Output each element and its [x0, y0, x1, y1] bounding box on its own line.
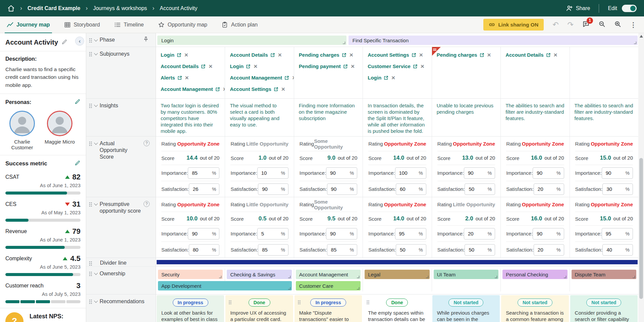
ownership-tag[interactable]: Account Management — [296, 270, 361, 279]
ownership-tag[interactable]: Checking & Savings — [227, 270, 291, 279]
close-icon[interactable]: × — [421, 64, 424, 69]
subjourney-link[interactable]: Account Settings — [368, 52, 409, 58]
subjourney-link[interactable]: Account Details — [505, 52, 543, 58]
external-link-icon[interactable] — [284, 75, 289, 80]
pin-icon[interactable] — [143, 36, 149, 44]
status-badge[interactable]: In progress — [173, 299, 208, 307]
resize-handle[interactable] — [357, 276, 359, 278]
close-icon[interactable]: × — [419, 53, 423, 57]
breadcrumb-page[interactable]: Account Activity — [160, 5, 197, 11]
chevron-down-icon[interactable] — [94, 202, 98, 205]
drag-handle-icon[interactable] — [89, 141, 92, 146]
subjourney-link[interactable]: Alerts — [161, 75, 175, 80]
chevron-down-icon[interactable] — [94, 51, 98, 55]
insight-cell[interactable]: Unable to locate previous pending charge… — [432, 99, 500, 136]
chevron-down-icon[interactable] — [94, 141, 98, 145]
redo-icon[interactable]: ↷ — [568, 21, 574, 29]
drag-handle-icon[interactable] — [367, 300, 370, 305]
recommendation-cell[interactable]: Done The empty spaces within transaction… — [363, 295, 431, 322]
zoom-in-button[interactable] — [614, 20, 621, 29]
phase-cell[interactable]: Login — [157, 36, 346, 45]
description-text[interactable]: Charlie wants to find a specific credit … — [5, 65, 80, 89]
subjourney-link[interactable]: Login — [230, 63, 244, 69]
ownership-tag[interactable]: Customer Care — [296, 281, 361, 290]
satisfaction-input[interactable]: 30% — [602, 183, 633, 195]
ownership-tag[interactable]: Dispute Team — [572, 270, 636, 279]
tab-action-plan[interactable]: Action plan — [219, 16, 260, 33]
satisfaction-input[interactable]: 60% — [396, 183, 426, 195]
satisfaction-input[interactable]: 20% — [534, 244, 564, 256]
ownership-tag[interactable]: UI Team — [434, 270, 498, 279]
close-icon[interactable]: × — [209, 64, 212, 69]
importance-input[interactable]: 95% — [395, 228, 426, 239]
resize-handle[interactable] — [564, 276, 566, 278]
breadcrumb-project[interactable]: Credit Card Example — [28, 5, 80, 11]
resize-handle[interactable] — [219, 276, 221, 278]
external-link-icon[interactable] — [177, 75, 182, 80]
chevron-down-icon[interactable] — [94, 103, 98, 107]
status-badge[interactable]: Not started — [518, 299, 552, 307]
importance-input[interactable]: 90% — [533, 167, 564, 179]
external-link-icon[interactable] — [177, 53, 181, 57]
close-icon[interactable]: × — [391, 75, 395, 80]
external-link-icon[interactable] — [270, 53, 275, 57]
flag-icon[interactable] — [432, 47, 441, 56]
insight-cell[interactable]: Two factor login is desired by many cust… — [156, 99, 225, 136]
external-link-icon[interactable] — [546, 53, 551, 57]
importance-input[interactable]: 90% — [464, 167, 495, 179]
chevron-down-icon[interactable] — [94, 299, 98, 303]
importance-input[interactable]: 5% — [257, 228, 288, 239]
help-button[interactable]: ? — [5, 312, 23, 322]
status-badge[interactable]: Not started — [586, 299, 621, 307]
subjourney-link[interactable]: Customer Service — [368, 63, 411, 69]
subjourney-link[interactable]: Pending charges — [437, 52, 477, 58]
importance-input[interactable]: 85% — [188, 167, 219, 179]
home-icon[interactable] — [7, 5, 15, 12]
ownership-tag[interactable]: Personal Checking — [502, 270, 567, 279]
status-badge[interactable]: Not started — [448, 299, 483, 307]
resize-handle[interactable] — [495, 276, 497, 278]
satisfaction-input[interactable]: 90% — [327, 183, 358, 195]
tab-timeline[interactable]: Timeline — [112, 16, 146, 33]
ownership-tag[interactable]: Legal — [365, 270, 429, 279]
divider-bar[interactable] — [157, 260, 638, 264]
resize-handle[interactable] — [426, 276, 428, 278]
drag-handle-icon[interactable] — [89, 299, 92, 304]
phase-cell[interactable]: Find Specific Transaction — [348, 36, 638, 45]
drag-handle-icon[interactable] — [89, 38, 92, 43]
subjourney-link[interactable]: Pending payment — [299, 63, 341, 69]
drag-handle-icon[interactable] — [89, 271, 92, 276]
satisfaction-input[interactable]: 26% — [189, 183, 220, 195]
insight-cell[interactable]: The abilities to search and filter are i… — [570, 99, 638, 136]
importance-input[interactable]: 95% — [602, 228, 633, 239]
drag-handle-icon[interactable] — [89, 51, 92, 57]
satisfaction-input[interactable]: 85% — [258, 244, 288, 256]
subjourney-link[interactable]: Account Management — [230, 75, 282, 80]
importance-input[interactable]: 20% — [464, 228, 495, 239]
drag-handle-icon[interactable] — [89, 202, 92, 207]
importance-input[interactable]: 90% — [188, 228, 219, 239]
resize-handle[interactable] — [357, 287, 359, 289]
close-icon[interactable]: × — [281, 87, 285, 92]
external-link-icon[interactable] — [201, 64, 206, 69]
status-badge[interactable]: Done — [386, 299, 408, 307]
edit-title-icon[interactable] — [61, 39, 67, 46]
insight-cell[interactable]: The visual method to select a card is bo… — [225, 99, 293, 136]
tab-storyboard[interactable]: Storyboard — [62, 16, 102, 33]
share-button[interactable]: Share — [566, 5, 590, 12]
recommendation-cell[interactable]: In progress Make "Dispute transactions" … — [294, 295, 362, 322]
tab-journey-map[interactable]: Journey map — [5, 16, 52, 33]
recommendation-cell[interactable]: In progress Look at other banks for exam… — [157, 295, 224, 322]
tab-opportunity-map[interactable]: Opportunity map — [156, 16, 209, 33]
subjourney-link[interactable]: Login — [161, 52, 174, 58]
chevron-down-icon[interactable] — [94, 38, 98, 41]
external-link-icon[interactable] — [342, 53, 346, 57]
recommendation-cell[interactable]: Not started While previous charges can b… — [432, 295, 500, 322]
subjourney-link[interactable]: Account Details — [161, 63, 199, 69]
breadcrumb-section[interactable]: Journeys & workshops — [93, 5, 147, 11]
scrollbar-thumb[interactable] — [639, 158, 643, 299]
recommendation-cell[interactable]: Not started Searching a transaction is a… — [501, 295, 569, 322]
subjourney-link[interactable]: Account Management — [161, 86, 213, 92]
resize-handle[interactable] — [288, 287, 290, 289]
edit-personas-icon[interactable] — [74, 99, 80, 106]
